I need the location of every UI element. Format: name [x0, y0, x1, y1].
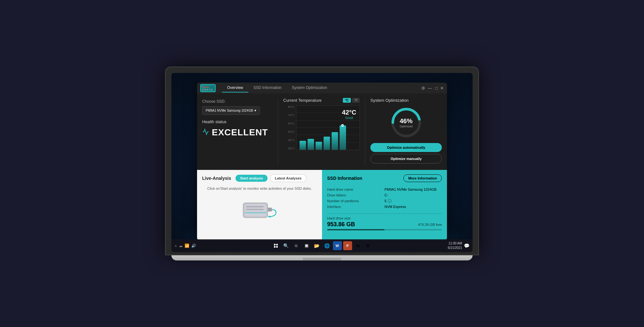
bottom-section: Live-Analysis Start analysis Latest Anal…: [197, 170, 447, 240]
taskbar-volume-icon[interactable]: 🔊: [191, 243, 196, 248]
live-analysis-header: Live-Analysis Start analysis Latest Anal…: [202, 174, 317, 182]
gauge-center: 46% Optimized: [400, 117, 413, 128]
taskbar-right: 11:00 AM 6/21/2021 💬: [448, 241, 470, 250]
choose-ssd-label: Choose SSD:: [202, 99, 273, 104]
health-status-text: EXCELLENT: [212, 127, 268, 138]
ssd-dropdown[interactable]: PM9A1 NVMe Samsung 1024GB ▾: [202, 106, 260, 115]
ssd-key-letters: Drive letters: [327, 193, 384, 197]
close-button[interactable]: ✕: [440, 86, 444, 91]
tab-system-optimization[interactable]: System Optimization: [287, 84, 332, 92]
taskbar-wifi-icon[interactable]: 📶: [185, 243, 189, 248]
temp-unit-toggle: °C °F: [343, 98, 360, 103]
live-analysis-panel: Live-Analysis Start analysis Latest Anal…: [197, 170, 322, 240]
ssd-dropdown-value: PM9A1 NVMe Samsung 1024GB: [206, 109, 253, 112]
ssd-val-letters: C:: [384, 193, 442, 197]
optimization-title: System Optimization: [370, 98, 442, 103]
search-taskbar-button[interactable]: 🔍: [282, 241, 291, 250]
tab-overview[interactable]: Overview: [222, 84, 248, 92]
temp-bar-3: [316, 142, 322, 150]
widgets-button[interactable]: 🔲: [302, 241, 311, 250]
fahrenheit-button[interactable]: °F: [352, 98, 360, 103]
y-label-80: 80°C: [283, 105, 294, 108]
gauge-circle: 46% Optimized: [390, 107, 422, 139]
steam-button[interactable]: ⚙: [364, 241, 373, 250]
taskbar-caret-icon[interactable]: ∧: [175, 244, 177, 248]
ssd-row-partitions: Number of partitions 5 i: [327, 198, 442, 204]
task-view-button[interactable]: ⧉: [292, 241, 301, 250]
optimize-auto-button[interactable]: Optimize automatically: [370, 143, 442, 152]
date-value: 6/21/2021: [448, 246, 462, 250]
ssd-info-header: SSD Information More Information: [327, 174, 442, 182]
temp-title: Current Temperature: [283, 98, 322, 103]
app-logo: SSD! FRESH: [200, 84, 216, 92]
temperature-chart: 80°C 70°C 60°C 50°C 40°C 30°C: [283, 105, 360, 156]
temp-reading: 42°C Good: [342, 109, 356, 120]
chart-area: 42°C Good: [296, 105, 360, 150]
laptop-base: [171, 255, 473, 260]
live-analysis-description: Click on'Start analysis' to monitor writ…: [202, 187, 317, 190]
optimize-manual-button[interactable]: Optimize manually: [370, 154, 442, 164]
app-window: SSD! FRESH Overview SSD Information Syst…: [197, 83, 447, 240]
chevron-down-icon: ▾: [254, 108, 256, 113]
taskbar-cloud-icon[interactable]: ☁: [179, 243, 183, 248]
temp-bar-4: [324, 137, 330, 150]
ssd-val-partitions: 5 i: [384, 199, 442, 203]
ssd-usage-progress-bar: [327, 229, 442, 230]
edge-button[interactable]: 🌐: [323, 241, 332, 250]
left-panel: Choose SSD: PM9A1 NVMe Samsung 1024GB ▾ …: [202, 98, 273, 165]
start-analysis-button[interactable]: Start analysis: [235, 175, 268, 182]
temp-value: 42°C: [342, 109, 356, 116]
taskbar-system-icons: ∧ ☁ 📶 🔊: [175, 243, 196, 248]
ssd-key-interface: Interface: [327, 205, 384, 209]
ssd-information-panel: SSD Information More Information Hard dr…: [322, 170, 447, 240]
ssd-size-free: 474.39 GB free: [418, 223, 442, 227]
y-label-40: 40°C: [283, 139, 294, 142]
ssd-info-table: Hard drive name PM9A1 NVMe Samsung 1024G…: [327, 187, 442, 210]
temp-bar-6: [340, 125, 346, 150]
svg-rect-3: [244, 204, 267, 217]
logo-text: SSD: [202, 86, 209, 89]
app-logo-area: SSD! FRESH: [200, 84, 216, 92]
tab-ssd-information[interactable]: SSD Information: [248, 84, 287, 92]
start-button[interactable]: [271, 241, 280, 250]
notification-icon[interactable]: 💬: [464, 243, 469, 248]
latest-analyses-button[interactable]: Latest Analyses: [270, 174, 306, 182]
celsius-button[interactable]: °C: [343, 98, 351, 103]
taskbar: ∧ ☁ 📶 🔊 🔍 ⧉ 🔲 📂: [171, 239, 473, 252]
word-button[interactable]: W: [333, 241, 342, 250]
top-section: Choose SSD: PM9A1 NVMe Samsung 1024GB ▾ …: [197, 93, 447, 170]
ssd-size-section: Hard drive size 953.86 GB 474.39 GB free: [327, 213, 442, 230]
laptop-screen: SSD! FRESH Overview SSD Information Syst…: [171, 73, 473, 252]
gauge-label: Optimized: [400, 125, 413, 128]
svg-rect-5: [246, 209, 264, 210]
ssd-size-total: 953.86 GB: [327, 221, 355, 228]
ssd-key-partitions: Number of partitions: [327, 199, 384, 203]
grid-line-70: [296, 120, 359, 121]
drive-illustration-svg: [240, 197, 279, 222]
minimize-button[interactable]: —: [428, 86, 432, 91]
ssd-size-row: 953.86 GB 474.39 GB free: [327, 221, 442, 228]
gauge-percent: 46%: [400, 117, 413, 125]
ssd-info-title: SSD Information: [327, 176, 362, 181]
ssd-row-name: Hard drive name PM9A1 NVMe Samsung 1024G…: [327, 187, 442, 192]
temp-bar-2: [308, 139, 314, 150]
settings-icon[interactable]: ⚙: [421, 86, 425, 91]
more-information-button[interactable]: More Information: [403, 174, 442, 182]
laptop-bezel: SSD! FRESH Overview SSD Information Syst…: [165, 67, 479, 255]
file-explorer-button[interactable]: 📂: [312, 241, 321, 250]
clock-display: 11:00 AM 6/21/2021: [448, 241, 462, 250]
taskbar-center: 🔍 ⧉ 🔲 📂 🌐 W P 🛍 ⚙: [196, 241, 448, 250]
temperature-panel: Current Temperature °C °F 80°C: [278, 98, 360, 165]
powerpoint-button[interactable]: P: [343, 241, 352, 250]
nav-tabs: Overview SSD Information System Optimiza…: [222, 84, 421, 92]
temp-bar-1: [300, 141, 306, 150]
app-content: Choose SSD: PM9A1 NVMe Samsung 1024GB ▾ …: [197, 93, 447, 240]
ssd-val-name: PM9A1 NVMe Samsung 1024GB: [384, 187, 442, 191]
title-bar: SSD! FRESH Overview SSD Information Syst…: [197, 83, 447, 93]
grid-line-50: [296, 135, 359, 135]
store-button[interactable]: 🛍: [353, 241, 362, 250]
maximize-button[interactable]: □: [435, 86, 438, 91]
temp-bar-5: [332, 132, 338, 150]
partitions-info-icon[interactable]: i: [388, 199, 392, 203]
optimization-panel: System Optimization: [365, 98, 442, 165]
